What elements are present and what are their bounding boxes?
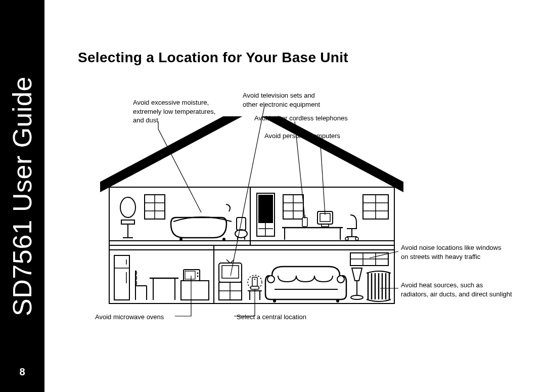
- svg-point-79: [273, 299, 276, 302]
- page-content: Selecting a Location for Your Base Unit …: [44, 0, 546, 392]
- svg-point-78: [337, 276, 344, 283]
- annotation-microwave: Avoid microwave ovens: [95, 313, 164, 322]
- svg-marker-0: [100, 116, 403, 192]
- annotation-tv: Avoid television sets andother electroni…: [243, 91, 354, 109]
- svg-point-71: [254, 279, 255, 280]
- section-heading: Selecting a Location for Your Base Unit: [78, 50, 348, 66]
- svg-point-61: [197, 276, 199, 277]
- svg-rect-33: [302, 217, 307, 227]
- house-diagram: [100, 116, 403, 309]
- svg-rect-72: [251, 286, 259, 289]
- svg-point-17: [222, 238, 225, 241]
- page-number: 8: [0, 366, 44, 378]
- svg-point-77: [267, 276, 275, 283]
- sidebar: SD7561 User Guide 8: [0, 0, 44, 392]
- svg-point-80: [336, 299, 339, 302]
- svg-rect-70: [252, 277, 257, 286]
- annotation-noise: Avoid noise locations like windowson str…: [401, 243, 532, 261]
- annotation-central: Select a central location: [237, 313, 306, 322]
- svg-rect-23: [258, 195, 273, 223]
- annotation-heat: Avoid heat sources, such asradiators, ai…: [401, 281, 542, 298]
- svg-point-60: [197, 273, 199, 274]
- doc-title: SD7561 User Guide: [7, 76, 37, 316]
- svg-point-16: [179, 238, 183, 241]
